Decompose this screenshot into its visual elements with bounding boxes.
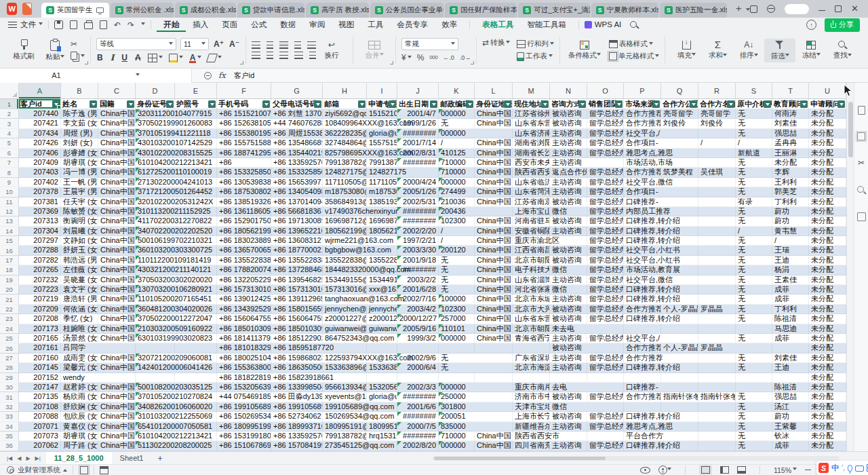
cell-H13[interactable]: 169698712@qq.com xyxy=(323,216,367,225)
col-header-G[interactable]: G xyxy=(271,83,323,99)
cell-F17[interactable]: +86 13552283841 xyxy=(217,256,271,265)
cell-L8[interactable]: China中国 xyxy=(475,168,513,176)
cell-M13[interactable]: 河南省驻马店市 xyxy=(513,216,550,225)
cell-B5[interactable]: 刘妍 (女) xyxy=(61,138,98,147)
cell-I23[interactable]: z2000122 xyxy=(367,314,397,323)
cell-S16[interactable]: 无 xyxy=(736,246,772,254)
cell-G23[interactable]: +86 15606475531 xyxy=(271,314,323,323)
cell-R10[interactable] xyxy=(698,187,736,196)
cell-S29[interactable] xyxy=(736,373,772,382)
cell-U9[interactable]: 未分配 xyxy=(809,178,846,187)
cell-B22[interactable]: 何依涵 (女) xyxy=(61,305,98,314)
col-header-T[interactable]: T xyxy=(772,83,809,99)
status-panel-icon[interactable] xyxy=(80,466,88,474)
cell-N30[interactable]: 去电 xyxy=(550,383,587,392)
cell-P2[interactable]: 合作方推荐 xyxy=(624,109,661,118)
cell-R8[interactable]: 吴佳琪 xyxy=(698,168,736,176)
cell-N11[interactable]: 被动咨询 xyxy=(550,197,587,206)
filter-dropdown-icon[interactable] xyxy=(90,100,97,108)
cell-A31[interactable]: 207135 xyxy=(19,392,61,401)
cell-T23[interactable]: 陈祖清 xyxy=(772,314,809,323)
cell-J10[interactable]: 2005/1/26 xyxy=(397,187,439,196)
cell-F6[interactable]: +86 18874129531 xyxy=(217,149,271,157)
header-cell-F[interactable]: 手机号码 xyxy=(217,99,271,109)
cell-K12[interactable]: 200436 xyxy=(439,207,475,216)
cell-S20[interactable]: 无 xyxy=(736,285,772,294)
cell-C5[interactable]: China中国 xyxy=(98,138,136,147)
cell-B18[interactable]: 左佳薇 (女) xyxy=(61,265,98,274)
cell-L24[interactable]: China中国 xyxy=(475,324,513,333)
cell-B12[interactable]: 陈敏赟 (女) xyxy=(61,207,98,216)
cell-P30[interactable]: 口碑推荐- xyxy=(624,383,661,392)
cell-M22[interactable]: 北京市大兴区 xyxy=(513,305,550,314)
file-tab[interactable]: S常州公积金 .xlsx xyxy=(111,3,174,18)
cell-H14[interactable]: 180562199@qq.com xyxy=(323,227,367,235)
cell-R17[interactable] xyxy=(698,256,736,265)
col-header-N[interactable]: N xyxy=(550,83,587,99)
cell-P25[interactable]: 社交平台,/ xyxy=(624,334,661,343)
align-middle-icon[interactable] xyxy=(267,41,273,49)
cell-I2[interactable]: 151521001 xyxy=(367,109,397,118)
cell-N4[interactable]: 主动咨询 xyxy=(550,129,587,138)
cell-A29[interactable]: 207152 xyxy=(19,373,61,382)
row-header-29[interactable]: 29 xyxy=(0,373,19,382)
cell-T7[interactable]: 未分配 xyxy=(772,158,809,167)
cell-T12[interactable]: 蔚功 xyxy=(772,207,809,216)
cell-P9[interactable]: 社交平台,微信 xyxy=(624,178,661,187)
font-size-select[interactable]: 11 xyxy=(180,38,209,50)
row-header-13[interactable]: 13 xyxy=(0,216,19,225)
sidebar-search-icon[interactable] xyxy=(856,185,866,195)
cell-U34[interactable]: 未分配 xyxy=(809,422,846,431)
cell-H22[interactable]: jennychen@163.com xyxy=(323,305,367,314)
cell-N20[interactable]: 微信 xyxy=(550,285,587,294)
cell-N31[interactable]: 被动咨询 xyxy=(550,392,587,401)
cell-G20[interactable]: +86 15731301691 xyxy=(271,285,323,294)
cell-I11[interactable]: 138519326 xyxy=(367,197,397,206)
cell-D36[interactable]: 511302200208200025 xyxy=(136,441,175,450)
save-icon[interactable] xyxy=(54,20,63,29)
cell-C33[interactable]: China中国 xyxy=(98,412,136,421)
cell-D30[interactable]: 500108200203035125 xyxy=(136,383,175,392)
cell-U24[interactable]: 未分配 xyxy=(809,324,846,333)
cell-A23[interactable]: 207208 xyxy=(19,314,61,323)
cell-F27[interactable]: +86 18002510461 xyxy=(217,354,271,362)
cell-U23[interactable]: 未分配 xyxy=(809,314,846,323)
cell-A12[interactable]: 207369 xyxy=(19,207,61,216)
cell-J19[interactable]: 2003/2/2 xyxy=(397,276,439,284)
cell-G3[interactable]: +44 7460762888 xyxy=(271,119,323,128)
filter-dropdown-icon[interactable] xyxy=(615,100,623,108)
cell-C12[interactable]: China中国 xyxy=(98,207,136,216)
cell-K32[interactable]: 301800 xyxy=(439,402,475,411)
cell-A30[interactable]: 207147 xyxy=(19,383,61,392)
row-header-24[interactable]: 24 xyxy=(0,324,19,333)
cell-L26[interactable] xyxy=(475,343,513,352)
cell-T18[interactable]: 杨涓 xyxy=(772,265,809,274)
cell-K27[interactable]: 无 xyxy=(439,354,475,362)
cell-I4[interactable]: gloria@ukvisa.cn xyxy=(367,129,397,138)
cell-B2[interactable]: 陈子逸 (男) xyxy=(61,109,98,118)
file-tab[interactable]: S公务员国企事业单位 xyxy=(370,3,443,18)
cell-D16[interactable]: 360103200303300725 xyxy=(136,246,175,254)
cell-D22[interactable]: 360481200304020026 xyxy=(136,305,175,314)
cell-A11[interactable]: 207381 xyxy=(19,197,61,206)
cell-U29[interactable]: 未分配 xyxy=(809,373,846,382)
cell-F24[interactable]: +86 18501030981 xyxy=(217,324,271,333)
cell-K11[interactable]: 210036 xyxy=(439,197,475,206)
cell-S15[interactable]: 无 xyxy=(736,236,772,245)
cell-L9[interactable]: China中国 xyxy=(475,178,513,187)
cell-B29[interactable]: wendy xyxy=(61,373,98,382)
cell-G5[interactable]: +86 13548668953 xyxy=(271,138,323,147)
col-header-B[interactable]: B xyxy=(61,83,98,99)
zoom-level[interactable]: 115% xyxy=(774,466,791,474)
ime-punctuation[interactable]: ’, xyxy=(842,464,845,472)
sidebar-cut-icon[interactable]: ✂ xyxy=(858,158,865,168)
new-tab-button[interactable]: ＋ xyxy=(734,3,743,15)
cell-O17[interactable]: 留学总经办 xyxy=(587,256,624,265)
menu-insert[interactable]: 插入 xyxy=(186,18,215,32)
cell-R3[interactable]: 刘俊伶 xyxy=(698,119,736,128)
cell-H9[interactable]: 117110505@qq.com xyxy=(323,178,367,187)
currency-button[interactable]: ¥ xyxy=(401,53,412,62)
globe-icon[interactable] xyxy=(767,5,775,13)
cell-R14[interactable] xyxy=(698,227,736,235)
cell-F20[interactable]: +86 15731301061 xyxy=(217,285,271,294)
